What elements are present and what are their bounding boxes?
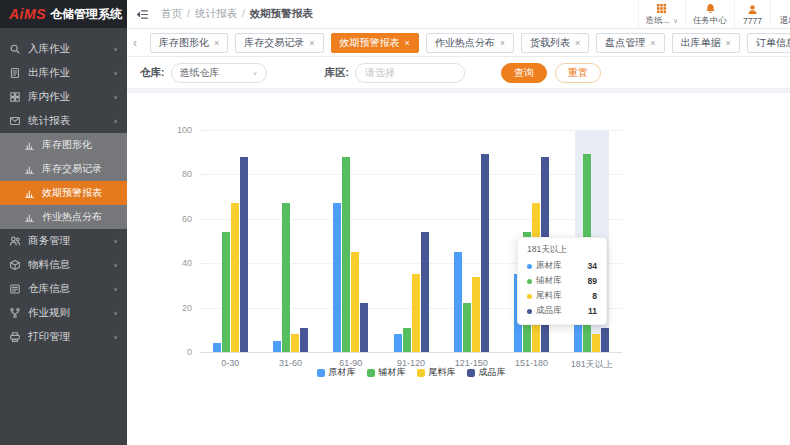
- tab-close-icon[interactable]: ×: [575, 38, 580, 48]
- topbar-action-label: 退出: [780, 15, 790, 27]
- sidebar-item-label: 作业规则: [28, 306, 113, 320]
- tab-close-icon[interactable]: ×: [500, 38, 505, 48]
- series-dot-icon: [527, 279, 532, 284]
- breadcrumb-separator: /: [242, 7, 245, 19]
- chevron-down-icon: ∨: [113, 94, 118, 100]
- printer-icon: [9, 331, 21, 343]
- sidebar-item-1[interactable]: 出库作业∨: [0, 61, 127, 85]
- topbar-action-3[interactable]: 退出: [770, 0, 790, 29]
- legend-label: 成品库: [479, 366, 506, 379]
- bar-成品库-181天以上: [601, 328, 609, 352]
- legend-label: 原材库: [329, 366, 356, 379]
- sidebar-item-label: 仓库信息: [28, 282, 113, 296]
- sidebar-subitem-1[interactable]: 库存交易记录: [0, 157, 127, 181]
- breadcrumb-item-0[interactable]: 首页: [161, 7, 182, 19]
- bar-尾料库-31-60: [291, 334, 299, 352]
- tab-3[interactable]: 作业热点分布×: [426, 33, 514, 53]
- collapse-menu-icon[interactable]: [136, 8, 149, 21]
- legend-marker-icon: [367, 369, 375, 377]
- sidebar-submenu: 库存图形化库存交易记录效期预警报表作业热点分布: [0, 133, 127, 229]
- sidebar: AiMS 仓储管理系统 入库作业∨出库作业∨库内作业∨统计报表∧库存图形化库存交…: [0, 0, 127, 445]
- tooltip-series-value: 34: [588, 261, 597, 271]
- outbound-doc-icon: [9, 67, 21, 79]
- sidebar-item-8[interactable]: 打印管理∨: [0, 325, 127, 349]
- topbar-action-0[interactable]: 造纸...∨: [638, 0, 685, 29]
- legend-item-2[interactable]: 尾料库: [417, 366, 456, 379]
- bar-原材库-0-30: [213, 343, 221, 352]
- bar-辅材库-91-120: [403, 328, 411, 352]
- sidebar-item-6[interactable]: 仓库信息∨: [0, 277, 127, 301]
- tab-label: 库存交易记录: [244, 36, 304, 50]
- sidebar-menu: 入库作业∨出库作业∨库内作业∨统计报表∧库存图形化库存交易记录效期预警报表作业热…: [0, 28, 127, 349]
- legend-item-1[interactable]: 辅材库: [367, 366, 406, 379]
- y-axis-tick-label: 80: [162, 169, 192, 179]
- sidebar-item-label: 库内作业: [28, 90, 113, 104]
- y-axis-tick-label: 20: [162, 303, 192, 313]
- search-button[interactable]: 查询: [501, 63, 547, 83]
- sidebar-subitem-0[interactable]: 库存图形化: [0, 133, 127, 157]
- tab-close-icon[interactable]: ×: [405, 38, 410, 48]
- inbound-search-icon: [9, 43, 21, 55]
- tab-label: 盘点管理: [605, 36, 645, 50]
- tooltip-row-2: 尾料库8: [527, 290, 597, 302]
- legend-item-0[interactable]: 原材库: [317, 366, 356, 379]
- zone-input[interactable]: [355, 63, 465, 83]
- tab-4[interactable]: 货载列表×: [521, 33, 589, 53]
- tab-close-icon[interactable]: ×: [214, 38, 219, 48]
- sidebar-subitem-2[interactable]: 效期预警报表: [0, 181, 127, 205]
- gridline: [200, 130, 622, 131]
- bar-辅材库-61-90: [342, 157, 350, 352]
- sidebar-item-label: 入库作业: [28, 42, 113, 56]
- tab-0[interactable]: 库存图形化×: [150, 33, 228, 53]
- bar-成品库-61-90: [360, 303, 368, 352]
- tabs-scroll-left-icon[interactable]: ‹: [127, 36, 143, 50]
- user-icon: [747, 4, 758, 15]
- legend-item-3[interactable]: 成品库: [467, 366, 506, 379]
- tab-7[interactable]: 订单信息×: [747, 33, 790, 53]
- sidebar-item-label: 打印管理: [28, 330, 113, 344]
- report-mail-icon: [9, 115, 21, 127]
- box-icon: [9, 259, 21, 271]
- sidebar-subitem-3[interactable]: 作业热点分布: [0, 205, 127, 229]
- tab-1[interactable]: 库存交易记录×: [235, 33, 323, 53]
- tab-close-icon[interactable]: ×: [650, 38, 655, 48]
- breadcrumb-item-2: 效期预警报表: [250, 7, 313, 19]
- brand-title: 仓储管理系统: [50, 6, 122, 23]
- tab-close-icon[interactable]: ×: [309, 38, 314, 48]
- tab-5[interactable]: 盘点管理×: [596, 33, 664, 53]
- topbar: 首页/统计报表/效期预警报表 造纸...∨任务中心7777退出: [127, 0, 790, 29]
- chevron-down-icon: ∨: [113, 334, 118, 340]
- series-dot-icon: [527, 294, 532, 299]
- y-axis-tick-label: 100: [162, 125, 192, 135]
- topbar-action-2[interactable]: 7777: [734, 0, 770, 29]
- tooltip-title: 181天以上: [527, 244, 597, 256]
- chevron-down-icon: ∨: [113, 70, 118, 76]
- sidebar-item-3[interactable]: 统计报表∧: [0, 109, 127, 133]
- tooltip-series-name: 尾料库: [536, 290, 584, 302]
- reset-button[interactable]: 重置: [555, 63, 601, 83]
- sidebar-item-0[interactable]: 入库作业∨: [0, 37, 127, 61]
- chevron-down-icon: ∨: [113, 310, 118, 316]
- topbar-action-1[interactable]: 任务中心: [685, 0, 734, 29]
- breadcrumb-item-1[interactable]: 统计报表: [195, 7, 237, 19]
- chevron-down-icon: ∨: [113, 262, 118, 268]
- legend-label: 辅材库: [379, 366, 406, 379]
- sidebar-item-7[interactable]: 作业规则∨: [0, 301, 127, 325]
- topbar-action-label: 造纸...∨: [646, 15, 678, 27]
- series-dot-icon: [527, 309, 532, 314]
- warehouse-select[interactable]: 造纸仓库 ∨: [171, 63, 267, 83]
- bar-原材库-121-150: [454, 252, 462, 352]
- bar-chart-icon: [24, 188, 35, 199]
- sidebar-item-2[interactable]: 库内作业∨: [0, 85, 127, 109]
- sidebar-subitem-label: 库存交易记录: [42, 162, 118, 176]
- sidebar-item-5[interactable]: 物料信息∨: [0, 253, 127, 277]
- tab-2[interactable]: 效期预警报表×: [331, 33, 419, 53]
- chevron-down-icon: ∨: [252, 69, 257, 75]
- y-axis-tick-label: 0: [162, 347, 192, 357]
- chart-legend: 原材库辅材库尾料库成品库: [200, 366, 622, 379]
- tooltip-row-1: 辅材库89: [527, 275, 597, 287]
- sidebar-item-4[interactable]: 商务管理∨: [0, 229, 127, 253]
- bar-chart-icon: [24, 140, 35, 151]
- tab-6[interactable]: 出库单据×: [672, 33, 740, 53]
- tab-close-icon[interactable]: ×: [726, 38, 731, 48]
